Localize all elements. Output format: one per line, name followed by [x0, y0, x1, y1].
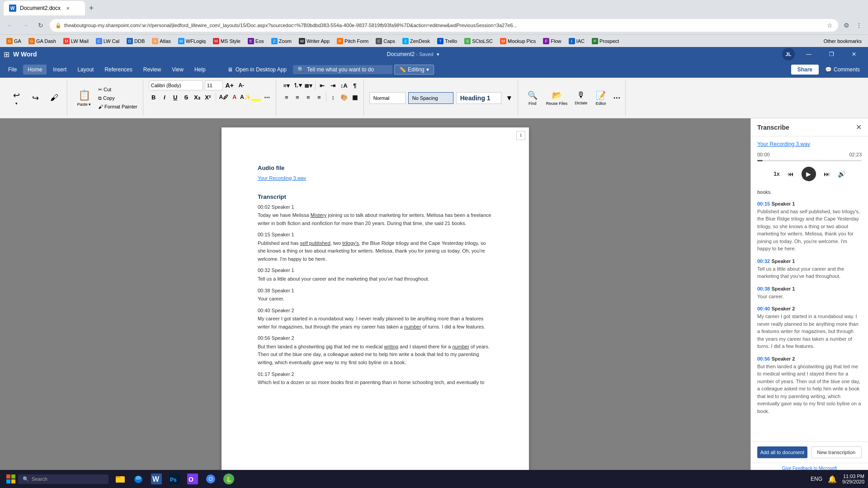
address-bar[interactable]: 🔒 theaboutgroup-my.sharepoint.com/:w:/r/…	[50, 19, 838, 32]
shading-btn[interactable]: 🎨	[339, 92, 349, 102]
bullets-btn[interactable]: ≡▾	[282, 80, 292, 90]
bookmark-ddb[interactable]: D DDB	[124, 37, 147, 45]
taskbar-file-explorer[interactable]	[112, 471, 128, 487]
volume-btn[interactable]: 🔊	[838, 170, 845, 178]
bookmark-pitch-form[interactable]: P Pitch Form	[334, 37, 371, 45]
sort-btn[interactable]: ↕A	[339, 80, 349, 90]
style-heading1[interactable]: Heading 1	[456, 92, 501, 104]
bookmark-ga[interactable]: G GA	[4, 37, 24, 45]
bookmark-other[interactable]: Other bookmarks	[821, 38, 864, 45]
extensions-icon[interactable]: ⚙	[841, 20, 852, 31]
saved-dropdown-icon[interactable]: ▾	[437, 52, 439, 57]
bookmark-mockup-pics[interactable]: M Mockup Pics	[497, 37, 538, 45]
styles-more-btn[interactable]: ▾	[504, 93, 514, 103]
share-btn[interactable]: Share	[791, 65, 819, 75]
recording-link[interactable]: Your Recording 3.wav	[757, 141, 862, 147]
playback-speed-btn[interactable]: 1x	[774, 171, 779, 177]
text-effects-btn[interactable]: A✨	[241, 92, 250, 102]
start-btn[interactable]	[4, 472, 18, 486]
taskbar-word[interactable]: W	[148, 471, 165, 487]
transcript-time-4[interactable]: 00:56	[757, 356, 770, 361]
bookmark-iac[interactable]: I IAC	[566, 37, 587, 45]
more-options-btn[interactable]: ⋯	[612, 93, 622, 103]
redo-btn[interactable]: ↪	[26, 91, 44, 105]
restore-btn[interactable]: ❐	[821, 47, 842, 61]
cut-btn[interactable]: ✂ Cut	[96, 86, 139, 94]
multilevel-btn[interactable]: ≣▾	[303, 80, 313, 90]
font-color-btn[interactable]: A	[230, 92, 240, 102]
find-btn[interactable]: 🔍 Find	[524, 89, 542, 108]
play-btn[interactable]: ▶	[802, 167, 816, 181]
forward-btn[interactable]: →	[19, 19, 32, 32]
align-center-btn[interactable]: ≡	[292, 92, 302, 102]
increase-indent-btn[interactable]: ⇥	[328, 80, 338, 90]
new-transcription-btn[interactable]: New transcription	[811, 446, 862, 458]
transcript-time-1[interactable]: 00:32	[757, 258, 770, 264]
open-desktop-btn[interactable]: 🖥 Open in Desktop App	[223, 65, 291, 75]
audio-progress-bar[interactable]	[757, 160, 862, 161]
bold-btn[interactable]: B	[149, 92, 159, 102]
copy-btn[interactable]: ⧉ Copy	[96, 94, 139, 102]
menu-review[interactable]: Review	[139, 65, 165, 75]
bookmark-lw-cal[interactable]: C LW Cal	[93, 37, 122, 45]
style-no-spacing[interactable]: No Spacing	[408, 92, 453, 104]
style-normal[interactable]: Normal	[369, 92, 406, 104]
menu-file[interactable]: File	[4, 65, 21, 75]
skip-back-btn[interactable]: ⏮	[784, 168, 797, 180]
bookmark-caps[interactable]: C Caps	[373, 37, 398, 45]
justify-btn[interactable]: ≡	[314, 92, 324, 102]
font-size-select[interactable]: 11	[205, 80, 223, 90]
minimize-btn[interactable]: —	[798, 47, 819, 61]
bookmark-zendesk[interactable]: Z ZenDesk	[400, 37, 433, 45]
back-btn[interactable]: ←	[4, 19, 16, 32]
bookmark-lw-mail[interactable]: M LW Mail	[61, 37, 91, 45]
font-family-select[interactable]: Calibri (Body)	[149, 80, 203, 90]
menu-layout[interactable]: Layout	[73, 65, 98, 75]
line-spacing-btn[interactable]: ↕	[328, 92, 338, 102]
menu-help[interactable]: Help	[190, 65, 210, 75]
comments-btn[interactable]: 💬 Comments	[821, 65, 864, 75]
paste-btn[interactable]: 📋 Paste ▾	[73, 88, 95, 108]
editing-btn[interactable]: ✏️ Editing ▾	[394, 65, 434, 75]
bookmark-atlas[interactable]: A Atlas	[149, 37, 173, 45]
menu-references[interactable]: References	[100, 65, 137, 75]
numbering-btn[interactable]: ⒈▾	[292, 80, 302, 90]
decrease-indent-btn[interactable]: ⇤	[317, 80, 327, 90]
dictate-btn[interactable]: 🎙 Dictate	[572, 89, 590, 107]
borders-btn[interactable]: ▦	[350, 92, 360, 102]
show-para-btn[interactable]: ¶	[350, 80, 360, 90]
bookmark-eos[interactable]: E Eos	[245, 37, 267, 45]
taskbar-edge[interactable]	[130, 471, 146, 487]
taskbar-chrome[interactable]	[203, 471, 219, 487]
subscript-btn[interactable]: X₂	[192, 92, 202, 102]
undo-btn[interactable]: ↩ ▾	[7, 89, 25, 108]
bookmark-wflogiq[interactable]: W WFLogiq	[175, 37, 208, 45]
menu-view[interactable]: View	[167, 65, 188, 75]
bookmark-ms-style[interactable]: M MS Style	[210, 37, 243, 45]
transcript-time-2[interactable]: 00:38	[757, 286, 770, 291]
tab-close-btn[interactable]: ✕	[64, 5, 71, 12]
grow-font-btn[interactable]: A+	[225, 80, 235, 90]
bookmark-sctolsc[interactable]: S SCtoLSC	[462, 37, 495, 45]
bookmark-trello[interactable]: T Trello	[434, 37, 460, 45]
format-painter-small-btn[interactable]: 🖌 Format Painter	[96, 103, 139, 110]
taskbar-obsidian[interactable]: O	[184, 471, 201, 487]
reuse-files-btn[interactable]: 📂 Reuse Files	[543, 89, 571, 108]
taskbar-search[interactable]: 🔍 Search	[18, 474, 108, 484]
superscript-btn[interactable]: X²	[203, 92, 213, 102]
add-all-to-doc-btn[interactable]: Add all to document	[757, 446, 807, 458]
menu-home[interactable]: Home	[23, 65, 47, 75]
tell-me-bar[interactable]: 🔍 Tell me what you want to do	[293, 65, 392, 74]
bookmark-prospect[interactable]: P Prospect	[589, 37, 622, 45]
editor-btn[interactable]: 📝 Editor	[592, 89, 610, 108]
refresh-btn[interactable]: ↻	[34, 19, 47, 32]
doc-scroll[interactable]: 1 Audio file Your Recording 3.wav Transc…	[0, 118, 750, 474]
strikethrough-btn[interactable]: S	[181, 92, 191, 102]
bookmark-flow[interactable]: F Flow	[540, 37, 564, 45]
italic-btn[interactable]: I	[160, 92, 170, 102]
align-right-btn[interactable]: ≡	[303, 92, 313, 102]
align-left-btn[interactable]: ≡	[282, 92, 292, 102]
bookmark-zoom[interactable]: Z Zoom	[269, 37, 294, 45]
active-tab[interactable]: W Document2.docx ✕	[4, 1, 85, 15]
bookmark-ga-dash[interactable]: G GA Dash	[26, 37, 59, 45]
